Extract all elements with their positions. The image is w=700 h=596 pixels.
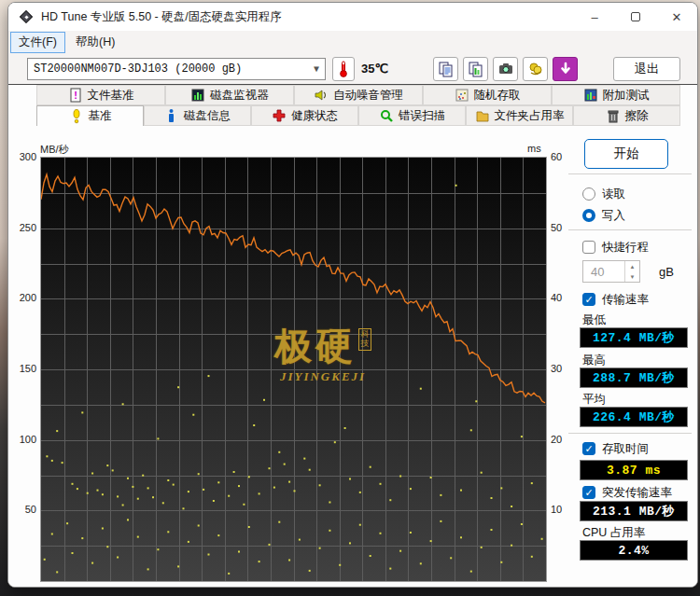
benchmark-icon — [69, 109, 84, 124]
write-radio-row[interactable]: 写入 — [582, 207, 625, 224]
tab-3[interactable]: 随机存取 — [423, 85, 552, 105]
update-button[interactable] — [553, 57, 578, 81]
transfer-rate-checkbox[interactable]: ✓ — [582, 293, 595, 306]
short-stroke-checkbox[interactable] — [582, 241, 595, 254]
benchmark-chart: 极硬科技 JIYINGKEJI — [40, 157, 547, 582]
drive-select[interactable]: ST20000NM007D-3DJ103 (20000 gB) ▼ — [27, 58, 326, 80]
left-tick-300: 300 — [12, 151, 36, 162]
toolbar-icon-buttons — [433, 57, 578, 81]
drive-select-value: ST20000NM007D-3DJ103 (20000 gB) — [34, 62, 242, 76]
left-axis-title: MB/秒 — [40, 143, 69, 157]
tab-label: 自动噪音管理 — [333, 88, 403, 104]
access-time-row[interactable]: ✓ 存取时间 — [582, 440, 649, 457]
tab-label: 健康状态 — [291, 108, 338, 124]
tab-2[interactable]: 自动噪音管理 — [294, 85, 423, 105]
title-bar: HD Tune 专业版 5.50 - 硬盘/固态硬盘实用程序 – ✕ — [8, 3, 697, 31]
tab-label: 磁盘信息 — [184, 108, 231, 124]
donate-button[interactable] — [523, 57, 548, 81]
thermometer-icon — [337, 60, 350, 78]
short-stroke-row[interactable]: 快捷行程 — [582, 239, 649, 256]
copy-text-button[interactable] — [433, 57, 458, 81]
left-tick-200: 200 — [12, 292, 36, 303]
tab-4[interactable]: 文件夹占用率 — [466, 105, 573, 126]
error-scan-icon — [379, 108, 394, 123]
temperature-button[interactable] — [332, 57, 355, 81]
menu-help[interactable]: 帮助(H) — [67, 32, 123, 53]
screenshot-button[interactable] — [493, 57, 518, 81]
tab-label: 文件基准 — [88, 88, 134, 104]
maximize-button[interactable] — [615, 3, 656, 31]
capacity-unit: gB — [659, 265, 674, 279]
menu-file[interactable]: 文件(F) — [10, 32, 65, 53]
tab-4[interactable]: 附加测试 — [552, 85, 680, 105]
maximize-icon — [631, 12, 640, 21]
burst-rate-display: 213.1 MB/秒 — [580, 501, 688, 521]
benchmark-content: MB/秒 ms 30025020015010050 605040302010 极… — [8, 126, 697, 587]
tab-label: 基准 — [89, 108, 112, 124]
transfer-rate-row[interactable]: ✓ 传输速率 — [582, 291, 649, 308]
read-radio[interactable] — [582, 187, 595, 201]
tab-label: 附加测试 — [603, 88, 650, 104]
write-radio[interactable] — [582, 209, 595, 222]
cpu-usage-display: 2.4% — [580, 540, 688, 561]
max-value-display: 288.7 MB/秒 — [580, 367, 688, 388]
menu-bar: 文件(F) 帮助(H) — [8, 31, 697, 53]
tab-0[interactable]: 基准 — [36, 105, 144, 126]
erase-icon — [606, 108, 621, 123]
temperature-value: 35℃ — [361, 62, 388, 76]
burst-rate-checkbox[interactable]: ✓ — [582, 486, 595, 499]
spinner-down-icon[interactable]: ▼ — [625, 271, 639, 282]
extra-tests-icon — [583, 88, 598, 103]
app-window: HD Tune 专业版 5.50 - 硬盘/固态硬盘实用程序 – ✕ 文件(F)… — [7, 2, 698, 588]
transfer-rate-label: 传输速率 — [602, 292, 649, 308]
file-benchmark-icon: ! — [68, 88, 83, 103]
left-tick-150: 150 — [12, 363, 36, 374]
left-tick-50: 50 — [12, 504, 36, 515]
close-button[interactable]: ✕ — [656, 3, 697, 31]
tab-label: 文件夹占用率 — [495, 108, 565, 124]
tab-label: 擦除 — [625, 108, 649, 124]
tab-row-secondary: !文件基准磁盘监视器自动噪音管理随机存取附加测试 — [36, 85, 680, 105]
tab-5[interactable]: 擦除 — [573, 105, 680, 126]
access-time-label: 存取时间 — [602, 441, 649, 457]
tab-label: 磁盘监视器 — [210, 88, 269, 104]
tab-row-primary: 基准磁盘信息健康状态错误扫描文件夹占用率擦除 — [36, 105, 680, 126]
divider — [568, 433, 692, 434]
exit-button[interactable]: 退出 — [613, 57, 680, 81]
tab-label: 随机存取 — [474, 88, 521, 104]
folder-icon — [475, 108, 490, 123]
minimize-button[interactable]: – — [574, 3, 615, 31]
spinner-arrows[interactable]: ▲▼ — [624, 261, 639, 282]
camera-icon — [497, 61, 514, 77]
chevron-down-icon: ▼ — [314, 64, 319, 75]
download-arrow-icon — [558, 62, 573, 76]
tab-label: 错误扫描 — [399, 108, 445, 124]
tab-3[interactable]: 错误扫描 — [358, 105, 466, 126]
tab-1[interactable]: 磁盘信息 — [144, 105, 251, 126]
avg-label: 平均 — [582, 392, 606, 408]
disk-info-icon — [164, 108, 179, 123]
toolbar: ST20000NM007D-3DJ103 (20000 gB) ▼ 35℃ — [8, 53, 697, 85]
access-time-checkbox[interactable]: ✓ — [582, 442, 595, 455]
control-panel: 开始 读取 写入 快捷行程 40 ▲▼ gB ✓ 传输速率 — [561, 126, 697, 587]
max-label: 最高 — [582, 353, 606, 368]
window-title: HD Tune 专业版 5.50 - 硬盘/固态硬盘实用程序 — [41, 9, 282, 25]
app-logo-icon — [20, 10, 34, 24]
access-time-display: 3.87 ms — [580, 460, 688, 480]
capacity-spinner[interactable]: 40 ▲▼ — [582, 260, 640, 283]
chart-canvas — [41, 158, 546, 581]
avg-value-display: 226.4 MB/秒 — [580, 407, 688, 427]
random-access-icon — [455, 88, 469, 103]
spinner-up-icon[interactable]: ▲ — [625, 261, 639, 271]
burst-rate-row[interactable]: ✓ 突发传输速率 — [582, 484, 672, 501]
copy-image-button[interactable] — [463, 57, 488, 81]
min-value-display: 127.4 MB/秒 — [580, 327, 688, 348]
read-radio-row[interactable]: 读取 — [582, 186, 625, 202]
tab-2[interactable]: 健康状态 — [251, 105, 358, 126]
start-button[interactable]: 开始 — [584, 139, 668, 169]
min-label: 最低 — [582, 312, 606, 328]
hand-coins-icon — [527, 61, 544, 77]
health-icon — [272, 108, 287, 123]
tab-0[interactable]: !文件基准 — [36, 85, 165, 105]
tab-1[interactable]: 磁盘监视器 — [165, 85, 294, 105]
